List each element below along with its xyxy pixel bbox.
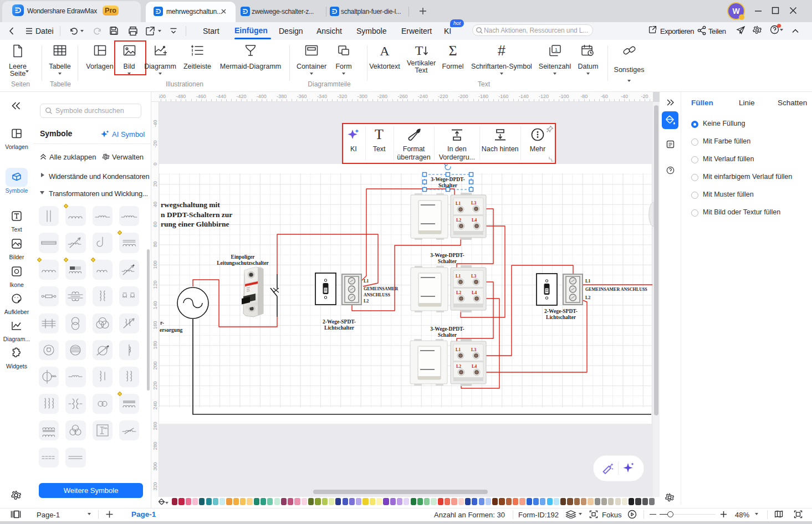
svg-text:L2: L2 [456, 364, 461, 369]
svg-text:L1: L1 [585, 279, 590, 284]
svg-text:Lichtschalter: Lichtschalter [546, 315, 576, 320]
svg-text:L3: L3 [471, 347, 476, 352]
svg-text:L4: L4 [472, 364, 477, 369]
svg-text:L1: L1 [456, 347, 461, 352]
svg-text:Schalter: Schalter [438, 259, 457, 264]
svg-text:L3: L3 [471, 201, 476, 206]
svg-text:L4: L4 [472, 218, 477, 223]
svg-text:ersorgung: ersorgung [160, 327, 182, 333]
svg-text:3-Wege-DPDT-: 3-Wege-DPDT- [430, 326, 464, 332]
svg-text:Einpoliger: Einpoliger [231, 254, 256, 260]
svg-text:r-: r- [160, 320, 164, 326]
svg-text:L4: L4 [472, 290, 477, 295]
svg-text:3-Wege-DPDT-: 3-Wege-DPDT- [431, 177, 464, 182]
svg-text:3-Wege-DPDT-: 3-Wege-DPDT- [430, 253, 464, 258]
svg-text:GEMEINSAMER: GEMEINSAMER [364, 286, 398, 291]
svg-text:A: A [380, 44, 390, 57]
svg-text:n DPDT-Schaltern zur: n DPDT-Schaltern zur [161, 210, 232, 219]
svg-text:Schalter: Schalter [438, 332, 457, 338]
svg-text:L2: L2 [456, 290, 461, 295]
svg-text:2-Wege-SPDT-: 2-Wege-SPDT- [544, 309, 578, 314]
svg-text:L2: L2 [364, 299, 369, 304]
svg-text:2-Wege-SPDT-: 2-Wege-SPDT- [323, 319, 356, 325]
svg-text:Σ: Σ [448, 44, 457, 58]
svg-text:L1: L1 [364, 279, 369, 284]
svg-text:Lichtschalter: Lichtschalter [324, 325, 355, 331]
svg-text:1: 1 [555, 47, 558, 53]
svg-text:rung einer Glühbirne: rung einer Glühbirne [161, 220, 229, 228]
svg-text:ANSCHLUSS: ANSCHLUSS [364, 292, 391, 297]
svg-text:T: T [415, 44, 423, 58]
svg-text:L2: L2 [585, 295, 590, 300]
svg-text:#: # [498, 44, 505, 58]
svg-text:L2: L2 [456, 218, 461, 223]
svg-text:GEMEINSAMER ANSCHLUSS: GEMEINSAMER ANSCHLUSS [585, 287, 647, 292]
svg-text:Leitungsschutzschalter: Leitungsschutzschalter [217, 260, 269, 266]
svg-text:T: T [375, 127, 384, 142]
svg-text:L3: L3 [471, 274, 476, 279]
svg-text:L1: L1 [456, 201, 461, 206]
svg-text:L1: L1 [456, 274, 461, 279]
svg-text:rwegschaltung mit: rwegschaltung mit [161, 201, 220, 209]
